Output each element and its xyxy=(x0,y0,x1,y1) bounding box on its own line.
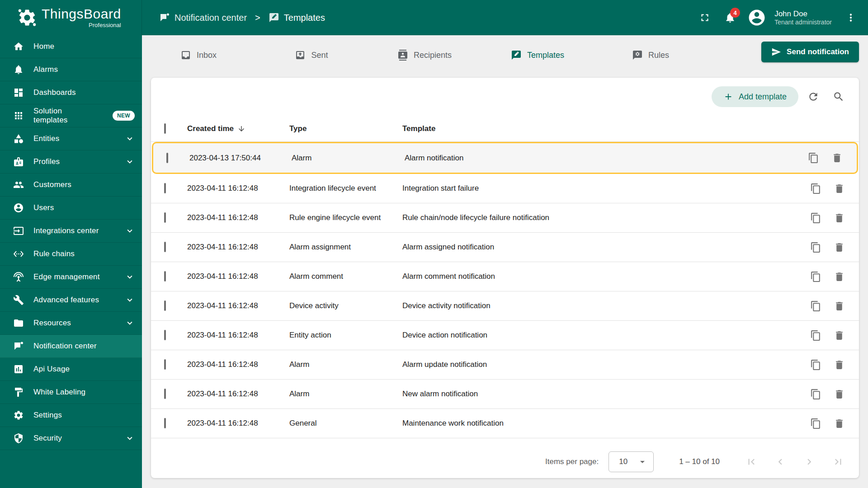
table-row[interactable]: 2023-04-11 16:12:48 Device activity Devi… xyxy=(151,291,859,321)
copy-template-button[interactable] xyxy=(807,209,825,227)
cell-type: Rule engine lifecycle event xyxy=(289,213,381,222)
delete-template-button[interactable] xyxy=(830,179,848,197)
copy-template-button[interactable] xyxy=(807,414,825,432)
sidebar-item-label: Solution templates xyxy=(33,107,94,125)
cell-created-time: 2023-04-11 16:12:48 xyxy=(187,419,258,428)
tab-inbox[interactable]: Inbox xyxy=(142,38,255,72)
column-type[interactable]: Type xyxy=(289,124,307,133)
row-checkbox[interactable] xyxy=(164,212,166,223)
table-row[interactable]: 2023-04-11 16:12:48 Integration lifecycl… xyxy=(151,174,859,203)
table-row[interactable]: 2023-04-11 16:12:48 Entity action Device… xyxy=(151,321,859,350)
copy-template-button[interactable] xyxy=(807,385,825,403)
table-row[interactable]: 2023-04-11 16:12:48 Alarm New alarm noti… xyxy=(151,380,859,409)
sort-desc-icon[interactable] xyxy=(237,125,245,133)
table-row[interactable]: 2023-04-11 16:12:48 Alarm Alarm update n… xyxy=(151,350,859,380)
table-row[interactable]: 2023-04-11 16:12:48 Alarm assignment Ala… xyxy=(151,233,859,262)
table-row[interactable]: 2023-04-11 16:12:48 General Maintenance … xyxy=(151,409,859,438)
delete-template-button[interactable] xyxy=(830,385,848,403)
trash-icon xyxy=(834,300,845,312)
sidebar-item-solution-templates[interactable]: Solution templates NEW xyxy=(0,104,142,127)
row-checkbox[interactable] xyxy=(164,418,166,428)
first-page-button[interactable] xyxy=(739,451,764,472)
row-checkbox[interactable] xyxy=(166,153,168,163)
plus-icon xyxy=(723,92,733,102)
tab-rules[interactable]: Rules xyxy=(594,38,707,72)
sidebar-item-entities[interactable]: Entities xyxy=(0,127,142,150)
copy-template-button[interactable] xyxy=(807,356,825,374)
user-name: John Doe xyxy=(774,9,832,19)
delete-template-button[interactable] xyxy=(830,297,848,315)
sidebar-item-security[interactable]: Security xyxy=(0,427,142,450)
more-menu-button[interactable] xyxy=(840,7,862,28)
sidebar-item-settings[interactable]: Settings xyxy=(0,404,142,427)
delete-template-button[interactable] xyxy=(830,267,848,286)
sidebar-item-users[interactable]: Users xyxy=(0,197,142,220)
breadcrumb-templates[interactable]: Templates xyxy=(269,12,325,23)
tab-templates[interactable]: Templates xyxy=(481,38,594,72)
sidebar-item-resources[interactable]: Resources xyxy=(0,312,142,335)
sidebar-item-profiles[interactable]: Profiles xyxy=(0,150,142,174)
delete-template-button[interactable] xyxy=(830,356,848,374)
row-checkbox[interactable] xyxy=(164,271,166,282)
copy-template-button[interactable] xyxy=(807,267,825,286)
sidebar-item-home[interactable]: Home xyxy=(0,35,142,58)
row-checkbox[interactable] xyxy=(164,183,166,193)
tab-sent[interactable]: Sent xyxy=(255,38,368,72)
sidebar-item-dashboards[interactable]: Dashboards xyxy=(0,81,142,104)
send-notification-button[interactable]: Send notification xyxy=(761,42,859,62)
last-page-button[interactable] xyxy=(826,451,851,472)
next-page-button[interactable] xyxy=(797,451,822,472)
first-page-icon xyxy=(745,456,757,468)
column-created-time[interactable]: Created time xyxy=(187,124,234,133)
cell-created-time: 2023-04-11 16:12:48 xyxy=(187,331,258,340)
avatar[interactable] xyxy=(747,8,766,27)
sidebar-item-integrations-center[interactable]: Integrations center xyxy=(0,220,142,243)
sidebar-item-advanced-features[interactable]: Advanced features xyxy=(0,289,142,312)
table-row[interactable]: 2023-04-11 16:12:48 Rule engine lifecycl… xyxy=(151,203,859,233)
sidebar-item-edge-management[interactable]: Edge management xyxy=(0,266,142,289)
notifications-button[interactable]: 4 xyxy=(719,7,741,28)
table-body: 2023-04-13 17:50:44 Alarm Alarm notifica… xyxy=(151,142,859,438)
copy-template-button[interactable] xyxy=(807,179,825,197)
copy-template-button[interactable] xyxy=(804,149,822,167)
delete-template-button[interactable] xyxy=(828,149,846,167)
select-all-checkbox[interactable] xyxy=(164,123,166,134)
copy-template-button[interactable] xyxy=(807,297,825,315)
sidebar-item-notification-center[interactable]: Notification center xyxy=(0,335,142,358)
tab-recipients[interactable]: Recipients xyxy=(368,38,481,72)
logo[interactable]: ThingsBoard Professional xyxy=(0,0,142,35)
sidebar-item-label: Advanced features xyxy=(33,296,99,305)
sidebar-item-rule-chains[interactable]: Rule chains xyxy=(0,243,142,266)
copy-template-button[interactable] xyxy=(807,238,825,256)
refresh-button[interactable] xyxy=(803,86,824,107)
row-checkbox[interactable] xyxy=(164,300,166,311)
row-checkbox[interactable] xyxy=(164,242,166,252)
sidebar-item-white-labeling[interactable]: White Labeling xyxy=(0,381,142,404)
table-row[interactable]: 2023-04-11 16:12:48 Alarm comment Alarm … xyxy=(151,262,859,291)
row-checkbox[interactable] xyxy=(164,330,166,340)
copy-template-button[interactable] xyxy=(807,326,825,344)
fullscreen-button[interactable] xyxy=(694,7,716,28)
trash-icon xyxy=(834,418,845,429)
add-template-button[interactable]: Add template xyxy=(712,86,798,107)
integrations-icon xyxy=(13,225,24,236)
row-checkbox[interactable] xyxy=(164,359,166,370)
prev-page-button[interactable] xyxy=(768,451,793,472)
cell-type: Alarm xyxy=(289,360,309,369)
sidebar-item-api-usage[interactable]: Api Usage xyxy=(0,358,142,381)
delete-template-button[interactable] xyxy=(830,326,848,344)
sidebar-item-customers[interactable]: Customers xyxy=(0,174,142,197)
delete-template-button[interactable] xyxy=(830,209,848,227)
delete-template-button[interactable] xyxy=(830,414,848,432)
user-info[interactable]: John Doe Tenant administrator xyxy=(774,9,832,27)
breadcrumb-notification-center[interactable]: Notification center xyxy=(159,12,247,23)
page-size-select[interactable]: 10 xyxy=(609,451,654,472)
trash-icon xyxy=(834,183,845,194)
sidebar-item-label: Security xyxy=(33,434,62,443)
sidebar-item-alarms[interactable]: Alarms xyxy=(0,58,142,81)
search-button[interactable] xyxy=(828,86,849,107)
column-template[interactable]: Template xyxy=(402,124,435,133)
row-checkbox[interactable] xyxy=(164,389,166,399)
table-row[interactable]: 2023-04-13 17:50:44 Alarm Alarm notifica… xyxy=(152,142,858,174)
delete-template-button[interactable] xyxy=(830,238,848,256)
